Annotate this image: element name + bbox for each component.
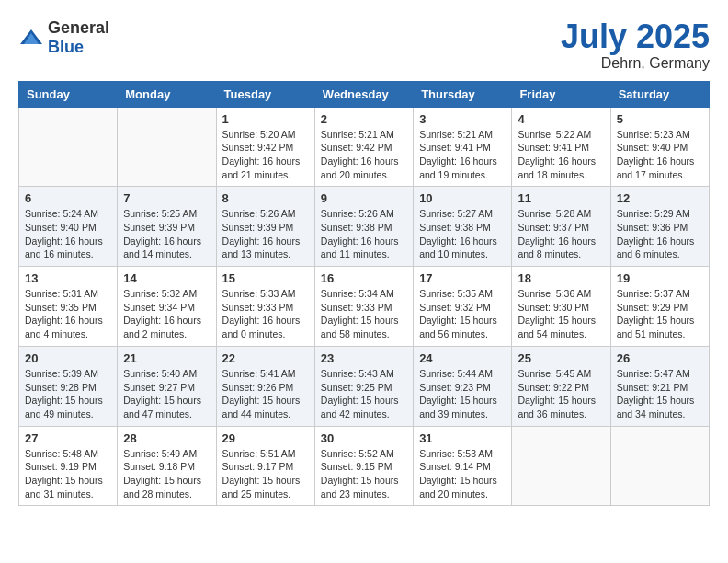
- calendar-cell: 5Sunrise: 5:23 AM Sunset: 9:40 PM Daylig…: [610, 107, 709, 187]
- day-number: 1: [222, 112, 309, 126]
- day-number: 4: [518, 112, 604, 126]
- day-info: Sunrise: 5:23 AM Sunset: 9:40 PM Dayligh…: [617, 128, 703, 182]
- calendar-cell: 6Sunrise: 5:24 AM Sunset: 9:40 PM Daylig…: [19, 187, 118, 267]
- weekday-header-friday: Friday: [512, 81, 610, 107]
- logo-icon: [18, 28, 44, 48]
- weekday-header-saturday: Saturday: [610, 81, 709, 107]
- calendar-cell: 30Sunrise: 5:52 AM Sunset: 9:15 PM Dayli…: [314, 426, 413, 506]
- calendar-cell: 21Sunrise: 5:40 AM Sunset: 9:27 PM Dayli…: [118, 346, 216, 426]
- day-number: 26: [617, 351, 703, 365]
- weekday-header-wednesday: Wednesday: [314, 81, 413, 107]
- day-info: Sunrise: 5:34 AM Sunset: 9:33 PM Dayligh…: [321, 287, 407, 341]
- calendar-week-row: 27Sunrise: 5:48 AM Sunset: 9:19 PM Dayli…: [19, 426, 710, 506]
- month-title: July 2025: [561, 18, 710, 55]
- day-info: Sunrise: 5:24 AM Sunset: 9:40 PM Dayligh…: [25, 207, 111, 261]
- day-number: 25: [518, 351, 604, 365]
- day-number: 7: [123, 191, 210, 205]
- calendar-cell: 1Sunrise: 5:20 AM Sunset: 9:42 PM Daylig…: [216, 107, 314, 187]
- calendar-cell: 31Sunrise: 5:53 AM Sunset: 9:14 PM Dayli…: [414, 426, 512, 506]
- calendar-cell: 27Sunrise: 5:48 AM Sunset: 9:19 PM Dayli…: [19, 426, 118, 506]
- day-info: Sunrise: 5:51 AM Sunset: 9:17 PM Dayligh…: [222, 447, 309, 501]
- weekday-header-sunday: Sunday: [19, 81, 118, 107]
- calendar-cell: 16Sunrise: 5:34 AM Sunset: 9:33 PM Dayli…: [314, 267, 413, 347]
- day-number: 30: [321, 431, 407, 445]
- calendar-cell: 2Sunrise: 5:21 AM Sunset: 9:42 PM Daylig…: [314, 107, 413, 187]
- calendar-cell: 18Sunrise: 5:36 AM Sunset: 9:30 PM Dayli…: [512, 267, 610, 347]
- day-info: Sunrise: 5:52 AM Sunset: 9:15 PM Dayligh…: [321, 447, 407, 501]
- calendar-cell: [19, 107, 118, 187]
- day-info: Sunrise: 5:31 AM Sunset: 9:35 PM Dayligh…: [25, 287, 111, 341]
- day-number: 18: [518, 271, 604, 285]
- day-number: 17: [419, 271, 506, 285]
- day-number: 23: [321, 351, 407, 365]
- day-number: 2: [321, 112, 407, 126]
- day-info: Sunrise: 5:21 AM Sunset: 9:42 PM Dayligh…: [321, 128, 407, 182]
- calendar-cell: 17Sunrise: 5:35 AM Sunset: 9:32 PM Dayli…: [414, 267, 512, 347]
- page-header: General Blue July 2025 Dehrn, Germany: [18, 18, 710, 72]
- calendar-cell: [118, 107, 216, 187]
- day-info: Sunrise: 5:33 AM Sunset: 9:33 PM Dayligh…: [222, 287, 309, 341]
- day-info: Sunrise: 5:53 AM Sunset: 9:14 PM Dayligh…: [419, 447, 506, 501]
- day-number: 22: [222, 351, 309, 365]
- day-number: 12: [617, 191, 703, 205]
- logo: General Blue: [18, 18, 109, 57]
- day-info: Sunrise: 5:43 AM Sunset: 9:25 PM Dayligh…: [321, 367, 407, 421]
- calendar-cell: 23Sunrise: 5:43 AM Sunset: 9:25 PM Dayli…: [314, 346, 413, 426]
- day-info: Sunrise: 5:48 AM Sunset: 9:19 PM Dayligh…: [25, 447, 111, 501]
- calendar-cell: 3Sunrise: 5:21 AM Sunset: 9:41 PM Daylig…: [414, 107, 512, 187]
- calendar-cell: 22Sunrise: 5:41 AM Sunset: 9:26 PM Dayli…: [216, 346, 314, 426]
- day-number: 10: [419, 191, 506, 205]
- calendar-cell: 25Sunrise: 5:45 AM Sunset: 9:22 PM Dayli…: [512, 346, 610, 426]
- day-number: 14: [123, 271, 210, 285]
- calendar-cell: 13Sunrise: 5:31 AM Sunset: 9:35 PM Dayli…: [19, 267, 118, 347]
- day-info: Sunrise: 5:20 AM Sunset: 9:42 PM Dayligh…: [222, 128, 309, 182]
- day-number: 8: [222, 191, 309, 205]
- logo-text: General Blue: [48, 18, 109, 57]
- calendar-cell: [512, 426, 610, 506]
- day-info: Sunrise: 5:36 AM Sunset: 9:30 PM Dayligh…: [518, 287, 604, 341]
- day-number: 21: [123, 351, 210, 365]
- calendar-cell: 24Sunrise: 5:44 AM Sunset: 9:23 PM Dayli…: [414, 346, 512, 426]
- calendar-cell: 15Sunrise: 5:33 AM Sunset: 9:33 PM Dayli…: [216, 267, 314, 347]
- day-info: Sunrise: 5:45 AM Sunset: 9:22 PM Dayligh…: [518, 367, 604, 421]
- day-info: Sunrise: 5:41 AM Sunset: 9:26 PM Dayligh…: [222, 367, 309, 421]
- day-number: 29: [222, 431, 309, 445]
- day-number: 19: [617, 271, 703, 285]
- day-number: 28: [123, 431, 210, 445]
- day-info: Sunrise: 5:26 AM Sunset: 9:39 PM Dayligh…: [222, 207, 309, 261]
- day-number: 11: [518, 191, 604, 205]
- calendar-week-row: 13Sunrise: 5:31 AM Sunset: 9:35 PM Dayli…: [19, 267, 710, 347]
- day-number: 24: [419, 351, 506, 365]
- day-info: Sunrise: 5:27 AM Sunset: 9:38 PM Dayligh…: [419, 207, 506, 261]
- calendar-week-row: 1Sunrise: 5:20 AM Sunset: 9:42 PM Daylig…: [19, 107, 710, 187]
- day-number: 9: [321, 191, 407, 205]
- day-info: Sunrise: 5:49 AM Sunset: 9:18 PM Dayligh…: [123, 447, 210, 501]
- calendar-cell: 11Sunrise: 5:28 AM Sunset: 9:37 PM Dayli…: [512, 187, 610, 267]
- weekday-header-tuesday: Tuesday: [216, 81, 314, 107]
- day-number: 3: [419, 112, 506, 126]
- calendar-cell: 12Sunrise: 5:29 AM Sunset: 9:36 PM Dayli…: [610, 187, 709, 267]
- weekday-header-monday: Monday: [118, 81, 216, 107]
- calendar-week-row: 20Sunrise: 5:39 AM Sunset: 9:28 PM Dayli…: [19, 346, 710, 426]
- day-number: 20: [25, 351, 111, 365]
- calendar-cell: 26Sunrise: 5:47 AM Sunset: 9:21 PM Dayli…: [610, 346, 709, 426]
- calendar-table: SundayMondayTuesdayWednesdayThursdayFrid…: [18, 81, 710, 507]
- day-info: Sunrise: 5:29 AM Sunset: 9:36 PM Dayligh…: [617, 207, 703, 261]
- day-number: 27: [25, 431, 111, 445]
- day-info: Sunrise: 5:44 AM Sunset: 9:23 PM Dayligh…: [419, 367, 506, 421]
- day-info: Sunrise: 5:26 AM Sunset: 9:38 PM Dayligh…: [321, 207, 407, 261]
- day-number: 16: [321, 271, 407, 285]
- day-number: 5: [617, 112, 703, 126]
- day-info: Sunrise: 5:32 AM Sunset: 9:34 PM Dayligh…: [123, 287, 210, 341]
- day-number: 31: [419, 431, 506, 445]
- calendar-cell: 29Sunrise: 5:51 AM Sunset: 9:17 PM Dayli…: [216, 426, 314, 506]
- location-title: Dehrn, Germany: [561, 55, 710, 72]
- logo-general: General: [48, 18, 109, 37]
- weekday-header-thursday: Thursday: [414, 81, 512, 107]
- day-info: Sunrise: 5:21 AM Sunset: 9:41 PM Dayligh…: [419, 128, 506, 182]
- day-info: Sunrise: 5:28 AM Sunset: 9:37 PM Dayligh…: [518, 207, 604, 261]
- calendar-cell: 28Sunrise: 5:49 AM Sunset: 9:18 PM Dayli…: [118, 426, 216, 506]
- day-info: Sunrise: 5:35 AM Sunset: 9:32 PM Dayligh…: [419, 287, 506, 341]
- calendar-cell: 19Sunrise: 5:37 AM Sunset: 9:29 PM Dayli…: [610, 267, 709, 347]
- day-info: Sunrise: 5:47 AM Sunset: 9:21 PM Dayligh…: [617, 367, 703, 421]
